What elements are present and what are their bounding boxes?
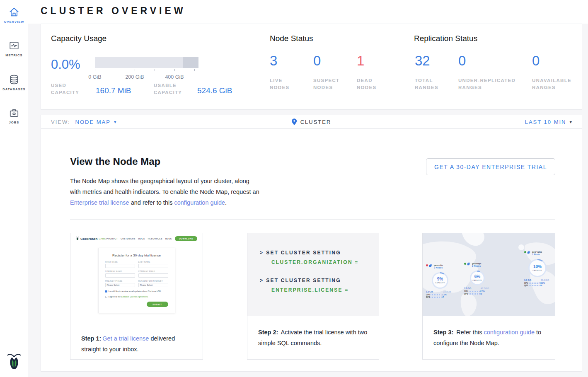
sidebar-item-label: OVERVIEW — [4, 20, 24, 24]
under-replicated-ranges-metric: 0 UNDER-REPLICATED RANGES — [458, 54, 528, 91]
region-used: 3.2 GiB — [426, 290, 433, 293]
panel-description: The Node Map shows the geographical layo… — [70, 176, 261, 208]
field-label: COMPANY EMAIL — [138, 271, 168, 273]
used-capacity-label: USED CAPACITY — [51, 82, 87, 96]
step-3-card: geo=sfo2 Nodes 9% CAPACITY 3.2 GiB331 Gi… — [422, 233, 555, 360]
axis-tick-label: 200 GiB — [125, 74, 144, 80]
capacity-gauge: 6% CAPACITY — [470, 271, 485, 285]
cpu-label: CPU — [426, 294, 430, 296]
form-title: Register for a 30-day trial license — [105, 254, 168, 257]
cpu-value: 11.0% — [441, 294, 447, 296]
capacity-bar-chart: 0 GiB 200 GiB 400 GiB — [95, 57, 198, 72]
sidebar: OVERVIEW METRICS DATABASES JOBS — [0, 0, 28, 377]
qps-label: QPS — [426, 296, 430, 298]
form-field: FIRST NAME — [105, 261, 135, 268]
capacity-usage-title: Capacity Usage — [51, 34, 106, 43]
sql-keyword: SET CLUSTER SETTING — [266, 278, 341, 283]
form-field: COMPANY NAME — [105, 271, 135, 278]
sql-command: >SET CLUSTER SETTING CLUSTER.ORGANIZATIO… — [260, 250, 379, 265]
metric-value: 1 — [357, 54, 383, 68]
sql-keyword: SET CLUSTER SETTING — [266, 250, 341, 256]
caret-down-icon: ▾ — [569, 119, 572, 125]
step-2-caption: Step 2: Activate the trial license with … — [247, 316, 379, 348]
database-icon — [9, 74, 19, 85]
region-usable: 36.6 GiB — [541, 279, 549, 281]
select-input: Please Select — [138, 283, 168, 287]
region-marker: geo=sfo2 Nodes — [426, 264, 443, 269]
gauge-percent: 6% — [474, 275, 480, 279]
map-region-nyc: geo=nyc2 Nodes 6% CAPACITY 3.7 GiB43.7 G… — [464, 262, 481, 267]
live-status-dot-icon — [464, 263, 466, 265]
cpu-value: 58.3% — [540, 282, 545, 284]
view-selector-group: VIEW: NODE MAP ▾ — [51, 119, 116, 125]
region-usable: 331 GiB — [443, 290, 451, 293]
metric-value: 0 — [458, 54, 528, 68]
sidebar-item-overview[interactable]: OVERVIEW — [0, 7, 28, 24]
map-region-ams: geo=ams1 Node 10% CAPACITY 3.6 GiB36.6 G… — [524, 251, 542, 256]
usable-capacity-label: USABLE CAPACITY — [154, 82, 194, 96]
replication-status-title: Replication Status — [414, 34, 477, 43]
select-input: Please Select — [105, 283, 135, 287]
field-label: COMPANY NAME — [105, 271, 135, 273]
enterprise-trial-button[interactable]: GET A 30-DAY ENTERPRISE TRIAL — [426, 158, 555, 175]
sql-setting: CLUSTER.ORGANIZATION = — [271, 259, 379, 265]
page-title: CLUSTER OVERVIEW — [41, 5, 186, 17]
capacity-gauge: 9% CAPACITY — [432, 272, 448, 289]
qps-label: QPS — [464, 293, 468, 295]
description-text: . — [225, 199, 227, 206]
sql-command: >SET CLUSTER SETTING ENTERPRISE.LICENSE … — [260, 278, 379, 293]
time-range-value: LAST 10 MIN — [525, 119, 566, 125]
download-button: DOWNLOAD — [175, 236, 197, 241]
region-node-count: 1 Node — [532, 253, 542, 256]
trial-license-form: Register for a 30-day trial license FIRS… — [98, 248, 175, 313]
nav-link: RESOURCES — [148, 237, 162, 240]
nav-link: DOCS — [138, 237, 145, 240]
time-range-dropdown[interactable]: LAST 10 MIN ▾ — [525, 119, 572, 125]
checkbox-checked-icon — [105, 290, 107, 292]
view-label: VIEW: — [51, 119, 70, 125]
view-dropdown[interactable]: NODE MAP ▾ — [75, 119, 116, 125]
qps-value: 0.0 — [479, 293, 482, 295]
description-text: and refer to this — [129, 199, 174, 206]
checkbox-label: I would like to receive email updates ab… — [109, 290, 162, 292]
trial-signup-screenshot: CockroachLABS PRODUCT CUSTOMERS DOCS RES… — [70, 233, 203, 323]
axis-tick-label: 0 GiB — [88, 74, 101, 80]
region-used: 3.7 GiB — [464, 287, 471, 290]
live-status-dot-icon — [524, 251, 526, 253]
checkbox-label: I agree to the Software License Agreemen… — [109, 295, 148, 298]
license-agreement-link: Software License Agreement. — [121, 295, 148, 298]
submit-button: SUBMIT — [147, 302, 168, 307]
step-1-card: CockroachLABS PRODUCT CUSTOMERS DOCS RES… — [70, 233, 203, 360]
region-stats: 3.7 GiB43.7 GiB CPU42.5% QPS0.0 — [464, 287, 489, 295]
description-text: The Node Map shows the geographical layo… — [70, 178, 259, 195]
axis-tick-label: 400 GiB — [165, 74, 184, 80]
panel-title: View the Node Map — [70, 156, 160, 167]
qps-value: 4.7 — [441, 296, 444, 298]
configuration-guide-link[interactable]: configuration guide — [174, 199, 225, 206]
get-trial-license-link[interactable]: Get a trial license — [102, 335, 149, 342]
step-3-caption: Step 3: Refer this configuration guide t… — [423, 316, 555, 348]
metric-label: DEAD NODES — [357, 77, 383, 91]
node-map-panel: View the Node Map The Node Map shows the… — [41, 129, 582, 372]
total-ranges-metric: 32 TOTAL RANGES — [415, 54, 445, 91]
location-pin-icon — [292, 118, 297, 125]
text-input — [138, 273, 168, 278]
form-field: COMPANY EMAIL — [138, 271, 168, 278]
cpu-value: 42.5% — [479, 290, 485, 292]
brand-suffix: LABS — [99, 237, 106, 240]
metric-label: UNAVAILABLE RANGES — [532, 77, 580, 91]
cockroach-logo-icon[interactable] — [7, 353, 22, 370]
view-toolbar: VIEW: NODE MAP ▾ CLUSTER LAST 10 MIN ▾ — [41, 115, 582, 129]
sidebar-item-jobs[interactable]: JOBS — [0, 107, 28, 124]
form-fields: FIRST NAME LAST NAME COMPANY NAME COMPAN… — [105, 261, 168, 287]
main-content: CLUSTER OVERVIEW Capacity Usage 0.0% 0 G… — [28, 0, 588, 377]
step-label: Step 1: — [81, 335, 101, 342]
qps-sparkline — [469, 293, 479, 295]
sidebar-item-metrics[interactable]: METRICS — [0, 40, 28, 57]
capacity-axis: 0 GiB 200 GiB 400 GiB — [95, 69, 198, 72]
nav-link: BLOG — [165, 237, 172, 240]
sidebar-item-databases[interactable]: DATABASES — [0, 74, 28, 91]
map-region-sfo: geo=sfo2 Nodes 9% CAPACITY 3.2 GiB331 Gi… — [426, 264, 443, 269]
configuration-guide-link[interactable]: configuration guide — [484, 329, 535, 336]
enterprise-trial-license-link[interactable]: Enterprise trial license — [70, 199, 129, 206]
